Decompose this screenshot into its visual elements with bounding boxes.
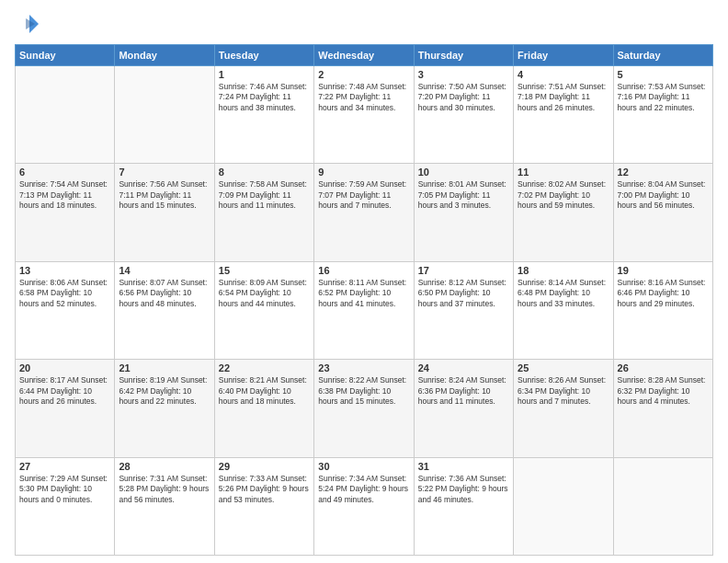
calendar-day-cell	[613, 457, 712, 555]
day-detail: Sunrise: 8:11 AM Sunset: 6:52 PM Dayligh…	[318, 278, 409, 309]
calendar-week-row: 6Sunrise: 7:54 AM Sunset: 7:13 PM Daylig…	[16, 164, 713, 261]
weekday-header: Wednesday	[314, 45, 414, 66]
calendar-week-row: 1Sunrise: 7:46 AM Sunset: 7:24 PM Daylig…	[16, 66, 713, 164]
day-number: 25	[518, 362, 609, 373]
calendar-day-cell: 19Sunrise: 8:16 AM Sunset: 6:46 PM Dayli…	[613, 261, 712, 359]
calendar-day-cell: 1Sunrise: 7:46 AM Sunset: 7:24 PM Daylig…	[214, 66, 313, 164]
calendar-week-row: 27Sunrise: 7:29 AM Sunset: 5:30 PM Dayli…	[16, 457, 713, 555]
logo	[15, 11, 44, 37]
day-number: 16	[318, 265, 409, 276]
day-number: 8	[219, 167, 310, 178]
calendar-day-cell: 20Sunrise: 8:17 AM Sunset: 6:44 PM Dayli…	[16, 360, 115, 457]
calendar-table: SundayMondayTuesdayWednesdayThursdayFrid…	[15, 44, 713, 556]
day-detail: Sunrise: 7:50 AM Sunset: 7:20 PM Dayligh…	[418, 82, 509, 113]
calendar-day-cell: 18Sunrise: 8:14 AM Sunset: 6:48 PM Dayli…	[514, 261, 613, 359]
calendar-day-cell	[115, 66, 214, 164]
weekday-header: Monday	[115, 45, 214, 66]
day-number: 11	[518, 167, 609, 178]
day-detail: Sunrise: 7:58 AM Sunset: 7:09 PM Dayligh…	[219, 179, 310, 211]
day-detail: Sunrise: 8:09 AM Sunset: 6:54 PM Dayligh…	[219, 278, 310, 309]
calendar-day-cell	[514, 457, 613, 555]
day-number: 24	[418, 362, 509, 373]
day-number: 7	[119, 167, 210, 178]
day-detail: Sunrise: 7:34 AM Sunset: 5:24 PM Dayligh…	[318, 474, 409, 505]
day-detail: Sunrise: 8:04 AM Sunset: 7:00 PM Dayligh…	[618, 179, 709, 211]
calendar-day-cell: 25Sunrise: 8:26 AM Sunset: 6:34 PM Dayli…	[514, 360, 613, 457]
day-detail: Sunrise: 7:36 AM Sunset: 5:22 PM Dayligh…	[418, 474, 509, 505]
day-number: 21	[119, 362, 210, 373]
day-detail: Sunrise: 8:21 AM Sunset: 6:40 PM Dayligh…	[219, 375, 310, 407]
day-detail: Sunrise: 7:29 AM Sunset: 5:30 PM Dayligh…	[19, 474, 110, 505]
day-number: 2	[318, 69, 409, 80]
calendar-day-cell: 6Sunrise: 7:54 AM Sunset: 7:13 PM Daylig…	[16, 164, 115, 261]
weekday-header: Thursday	[414, 45, 513, 66]
day-number: 18	[518, 265, 609, 276]
calendar-day-cell: 16Sunrise: 8:11 AM Sunset: 6:52 PM Dayli…	[314, 261, 414, 359]
weekday-header: Friday	[514, 45, 613, 66]
calendar-day-cell: 9Sunrise: 7:59 AM Sunset: 7:07 PM Daylig…	[314, 164, 414, 261]
day-detail: Sunrise: 8:17 AM Sunset: 6:44 PM Dayligh…	[19, 375, 110, 407]
logo-icon	[15, 11, 40, 37]
day-detail: Sunrise: 8:19 AM Sunset: 6:42 PM Dayligh…	[119, 375, 210, 407]
day-detail: Sunrise: 8:14 AM Sunset: 6:48 PM Dayligh…	[518, 278, 609, 309]
day-number: 4	[518, 69, 609, 80]
day-detail: Sunrise: 7:59 AM Sunset: 7:07 PM Dayligh…	[318, 179, 409, 211]
calendar-day-cell: 2Sunrise: 7:48 AM Sunset: 7:22 PM Daylig…	[314, 66, 414, 164]
page-header	[15, 11, 713, 37]
day-detail: Sunrise: 8:01 AM Sunset: 7:05 PM Dayligh…	[418, 179, 509, 211]
day-number: 27	[19, 461, 110, 472]
day-number: 29	[219, 461, 310, 472]
calendar-day-cell: 14Sunrise: 8:07 AM Sunset: 6:56 PM Dayli…	[115, 261, 214, 359]
calendar-day-cell: 24Sunrise: 8:24 AM Sunset: 6:36 PM Dayli…	[414, 360, 513, 457]
day-number: 13	[19, 265, 110, 276]
day-detail: Sunrise: 8:22 AM Sunset: 6:38 PM Dayligh…	[318, 375, 409, 407]
day-number: 17	[418, 265, 509, 276]
calendar-day-cell: 10Sunrise: 8:01 AM Sunset: 7:05 PM Dayli…	[414, 164, 513, 261]
calendar-week-row: 20Sunrise: 8:17 AM Sunset: 6:44 PM Dayli…	[16, 360, 713, 457]
weekday-header: Tuesday	[214, 45, 313, 66]
day-detail: Sunrise: 7:56 AM Sunset: 7:11 PM Dayligh…	[119, 179, 210, 211]
day-detail: Sunrise: 8:28 AM Sunset: 6:32 PM Dayligh…	[618, 375, 709, 407]
day-detail: Sunrise: 8:16 AM Sunset: 6:46 PM Dayligh…	[618, 278, 709, 309]
day-number: 15	[219, 265, 310, 276]
calendar-day-cell: 15Sunrise: 8:09 AM Sunset: 6:54 PM Dayli…	[214, 261, 313, 359]
calendar-day-cell: 11Sunrise: 8:02 AM Sunset: 7:02 PM Dayli…	[514, 164, 613, 261]
calendar-day-cell: 31Sunrise: 7:36 AM Sunset: 5:22 PM Dayli…	[414, 457, 513, 555]
day-number: 31	[418, 461, 509, 472]
calendar-day-cell: 22Sunrise: 8:21 AM Sunset: 6:40 PM Dayli…	[214, 360, 313, 457]
calendar-week-row: 13Sunrise: 8:06 AM Sunset: 6:58 PM Dayli…	[16, 261, 713, 359]
calendar-day-cell: 13Sunrise: 8:06 AM Sunset: 6:58 PM Dayli…	[16, 261, 115, 359]
calendar-day-cell: 29Sunrise: 7:33 AM Sunset: 5:26 PM Dayli…	[214, 457, 313, 555]
calendar-day-cell: 26Sunrise: 8:28 AM Sunset: 6:32 PM Dayli…	[613, 360, 712, 457]
day-number: 20	[19, 362, 110, 373]
day-number: 5	[618, 69, 709, 80]
calendar-day-cell: 30Sunrise: 7:34 AM Sunset: 5:24 PM Dayli…	[314, 457, 414, 555]
calendar-day-cell: 17Sunrise: 8:12 AM Sunset: 6:50 PM Dayli…	[414, 261, 513, 359]
day-detail: Sunrise: 7:33 AM Sunset: 5:26 PM Dayligh…	[219, 474, 310, 505]
day-detail: Sunrise: 8:24 AM Sunset: 6:36 PM Dayligh…	[418, 375, 509, 407]
calendar-day-cell: 27Sunrise: 7:29 AM Sunset: 5:30 PM Dayli…	[16, 457, 115, 555]
day-detail: Sunrise: 8:07 AM Sunset: 6:56 PM Dayligh…	[119, 278, 210, 309]
day-detail: Sunrise: 7:48 AM Sunset: 7:22 PM Dayligh…	[318, 82, 409, 113]
calendar-day-cell	[16, 66, 115, 164]
calendar-day-cell: 28Sunrise: 7:31 AM Sunset: 5:28 PM Dayli…	[115, 457, 214, 555]
day-detail: Sunrise: 8:12 AM Sunset: 6:50 PM Dayligh…	[418, 278, 509, 309]
day-number: 10	[418, 167, 509, 178]
day-detail: Sunrise: 8:06 AM Sunset: 6:58 PM Dayligh…	[19, 278, 110, 309]
day-detail: Sunrise: 7:53 AM Sunset: 7:16 PM Dayligh…	[618, 82, 709, 113]
weekday-header: Sunday	[16, 45, 115, 66]
day-number: 23	[318, 362, 409, 373]
calendar-day-cell: 12Sunrise: 8:04 AM Sunset: 7:00 PM Dayli…	[613, 164, 712, 261]
day-number: 6	[19, 167, 110, 178]
day-detail: Sunrise: 7:46 AM Sunset: 7:24 PM Dayligh…	[219, 82, 310, 113]
calendar-header-row: SundayMondayTuesdayWednesdayThursdayFrid…	[16, 45, 713, 66]
calendar-day-cell: 7Sunrise: 7:56 AM Sunset: 7:11 PM Daylig…	[115, 164, 214, 261]
day-number: 30	[318, 461, 409, 472]
day-number: 9	[318, 167, 409, 178]
weekday-header: Saturday	[613, 45, 712, 66]
calendar-day-cell: 8Sunrise: 7:58 AM Sunset: 7:09 PM Daylig…	[214, 164, 313, 261]
day-detail: Sunrise: 8:02 AM Sunset: 7:02 PM Dayligh…	[518, 179, 609, 211]
day-number: 14	[119, 265, 210, 276]
day-number: 26	[618, 362, 709, 373]
calendar-day-cell: 3Sunrise: 7:50 AM Sunset: 7:20 PM Daylig…	[414, 66, 513, 164]
